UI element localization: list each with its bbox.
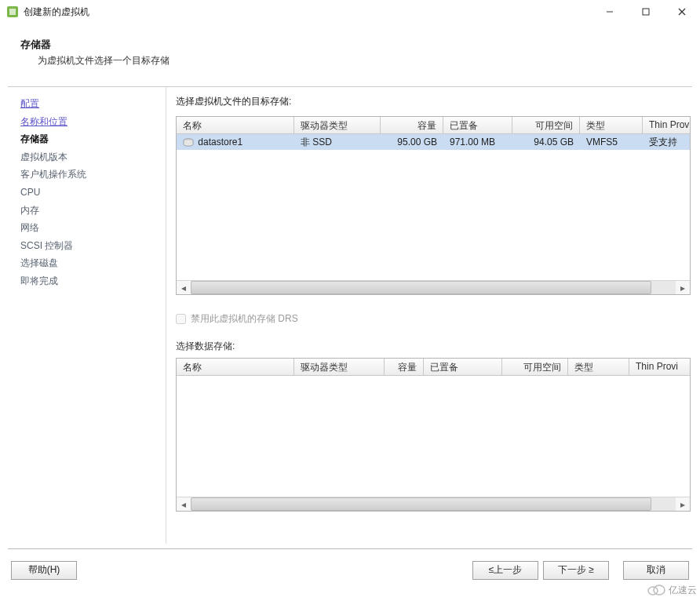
app-icon (6, 5, 19, 18)
scroll-right-icon[interactable]: ▸ (676, 281, 690, 294)
window-buttons (592, 0, 700, 24)
cloud-icon (647, 583, 665, 598)
datastore-table[interactable]: 名称 驱动器类型 容量 已置备 可用空间 类型 Thin Provi ◂ ▸ (176, 358, 691, 512)
cancel-button[interactable]: 取消 (623, 561, 689, 580)
page-subtitle: 为虚拟机文件选择一个目标存储 (20, 54, 689, 67)
col-name[interactable]: 名称 (177, 117, 294, 133)
scroll-left-icon[interactable]: ◂ (177, 497, 191, 511)
cell-type: VMFS5 (580, 137, 643, 148)
titlebar: 创建新的虚拟机 (0, 0, 700, 24)
col2-provisioned[interactable]: 已置备 (424, 359, 502, 375)
scroll-left-icon[interactable]: ◂ (177, 281, 191, 294)
cell-thin: 受支持 (643, 136, 690, 149)
cell-provisioned: 971.00 MB (443, 137, 512, 148)
col2-free[interactable]: 可用空间 (502, 359, 568, 375)
sidebar-item-cpu: CPU (20, 184, 161, 202)
svg-point-8 (654, 585, 665, 595)
col2-drive-type[interactable]: 驱动器类型 (294, 359, 385, 375)
sidebar-item-config[interactable]: 配置 (20, 95, 161, 113)
drs-checkbox-row: 禁用此虚拟机的存储 DRS (176, 312, 691, 326)
cell-capacity: 95.00 GB (381, 137, 443, 148)
datastore-icon (183, 138, 194, 148)
sidebar-item-ready: 即将完成 (20, 272, 161, 290)
cell-free: 94.05 GB (512, 137, 580, 148)
cell-name: datastore1 (198, 137, 242, 148)
sidebar-item-network: 网络 (20, 219, 161, 237)
storage-table[interactable]: 名称 驱动器类型 容量 已置备 可用空间 类型 Thin Prov datast… (176, 116, 691, 295)
table2-header: 名称 驱动器类型 容量 已置备 可用空间 类型 Thin Provi (177, 359, 690, 376)
col2-type[interactable]: 类型 (568, 359, 629, 375)
back-button[interactable]: ≤上一步 (472, 561, 538, 580)
minimize-button[interactable] (592, 0, 628, 24)
col2-name[interactable]: 名称 (177, 359, 294, 375)
sidebar-item-name-location[interactable]: 名称和位置 (20, 113, 161, 131)
main-panel: 选择虚拟机文件的目标存储: 名称 驱动器类型 容量 已置备 可用空间 类型 Th… (166, 87, 692, 544)
col2-thin[interactable]: Thin Provi (629, 359, 681, 375)
h-scrollbar[interactable]: ◂ ▸ (177, 280, 690, 294)
col-capacity[interactable]: 容量 (381, 117, 443, 133)
wizard-footer: 帮助(H) ≤上一步 下一步 ≥ 取消 (8, 548, 692, 585)
sidebar-item-scsi: SCSI 控制器 (20, 237, 161, 255)
sidebar-item-storage: 存储器 (20, 130, 161, 148)
table-header: 名称 驱动器类型 容量 已置备 可用空间 类型 Thin Prov (177, 117, 690, 134)
svg-rect-3 (643, 9, 649, 15)
maximize-button[interactable] (628, 0, 664, 24)
col-free[interactable]: 可用空间 (512, 117, 580, 133)
watermark: 亿速云 (647, 583, 697, 598)
close-button[interactable] (664, 0, 700, 24)
next-button[interactable]: 下一步 ≥ (543, 561, 609, 580)
col-drive-type[interactable]: 驱动器类型 (294, 117, 381, 133)
col2-capacity[interactable]: 容量 (385, 359, 424, 375)
col-type[interactable]: 类型 (580, 117, 643, 133)
sidebar-item-memory: 内存 (20, 202, 161, 220)
table-row[interactable]: datastore1 非 SSD 95.00 GB 971.00 MB 94.0… (177, 134, 690, 150)
wizard-steps-sidebar: 配置 名称和位置 存储器 虚拟机版本 客户机操作系统 CPU 内存 网络 SCS… (8, 87, 166, 544)
sidebar-item-select-disk: 选择磁盘 (20, 254, 161, 272)
col-thin[interactable]: Thin Prov (643, 117, 690, 133)
datastore-label: 选择数据存储: (176, 340, 691, 353)
storage-prompt: 选择虚拟机文件的目标存储: (176, 95, 691, 108)
help-button[interactable]: 帮助(H) (11, 561, 77, 580)
disable-drs-label: 禁用此虚拟机的存储 DRS (191, 312, 298, 326)
h-scrollbar-2[interactable]: ◂ ▸ (177, 497, 690, 511)
window-title: 创建新的虚拟机 (24, 5, 592, 19)
sidebar-item-vm-version: 虚拟机版本 (20, 148, 161, 166)
col-provisioned[interactable]: 已置备 (443, 117, 512, 133)
scroll-right-icon[interactable]: ▸ (676, 497, 690, 511)
svg-rect-1 (9, 9, 16, 15)
disable-drs-checkbox (176, 314, 186, 324)
page-title: 存储器 (20, 38, 689, 52)
cell-drive-type: 非 SSD (294, 136, 381, 149)
watermark-text: 亿速云 (669, 584, 697, 597)
wizard-header: 存储器 为虚拟机文件选择一个目标存储 (0, 24, 700, 69)
sidebar-item-guest-os: 客户机操作系统 (20, 166, 161, 184)
